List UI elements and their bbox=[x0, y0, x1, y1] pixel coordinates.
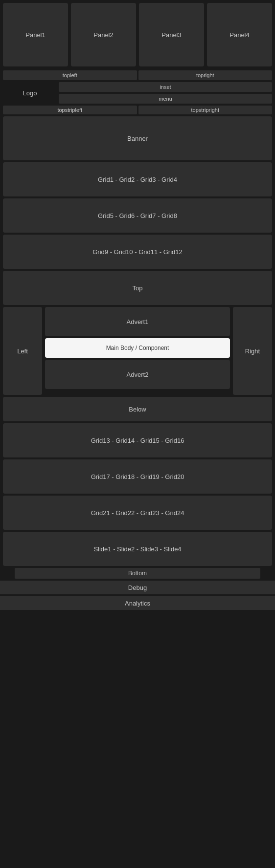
debug-strip[interactable]: Debug bbox=[0, 581, 275, 594]
grid1-label: Grid1 - Grid2 - Grid3 - Grid4 bbox=[98, 176, 177, 183]
analytics-strip[interactable]: Analytics bbox=[0, 596, 275, 610]
grid2-section: Grid5 - Grid6 - Grid7 - Grid8 bbox=[3, 198, 272, 233]
topstripright[interactable]: topstripright bbox=[138, 106, 273, 114]
below-label: Below bbox=[129, 406, 146, 413]
mainbody-section: Main Body / Component bbox=[45, 338, 230, 358]
topright-strip[interactable]: topright bbox=[138, 70, 273, 80]
panel3-label: Panel3 bbox=[161, 31, 181, 39]
panels-row: Panel1 Panel2 Panel3 Panel4 bbox=[0, 0, 275, 69]
grid4-section: Grid13 - Grid14 - Grid15 - Grid16 bbox=[3, 423, 272, 457]
panel2: Panel2 bbox=[71, 3, 136, 66]
grid5-section: Grid17 - Grid18 - Grid19 - Grid20 bbox=[3, 459, 272, 494]
topstripright-label: topstripright bbox=[191, 107, 219, 113]
mainbody-label: Main Body / Component bbox=[106, 345, 169, 351]
panel1-label: Panel1 bbox=[25, 31, 45, 39]
slides-section: Slide1 - Slide2 - Slide3 - Slide4 bbox=[3, 532, 272, 566]
topstrips-row: topleft topright bbox=[0, 70, 275, 80]
advert1-label: Advert1 bbox=[127, 318, 149, 326]
logo-label: Logo bbox=[23, 89, 37, 97]
topstriplr-row: topstripleft topstripright bbox=[0, 106, 275, 114]
analytics-label: Analytics bbox=[125, 600, 150, 607]
inset-menu-col: inset menu bbox=[59, 82, 272, 104]
menu-strip[interactable]: menu bbox=[59, 94, 272, 104]
panel4: Panel4 bbox=[207, 3, 272, 66]
right-label: Right bbox=[245, 347, 260, 355]
top-label: Top bbox=[133, 284, 143, 292]
panel2-label: Panel2 bbox=[93, 31, 113, 39]
panel1: Panel1 bbox=[3, 3, 68, 66]
right-section: Right bbox=[233, 307, 272, 395]
banner-section: Banner bbox=[3, 116, 272, 160]
grid6-section: Grid21 - Grid22 - Grid23 - Grid24 bbox=[3, 496, 272, 530]
advert2-label: Advert2 bbox=[127, 371, 149, 378]
bottom-strip[interactable]: Bottom bbox=[15, 568, 260, 579]
inset-label: inset bbox=[160, 84, 171, 90]
advert1-section: Advert1 bbox=[45, 307, 230, 336]
logo-area: Logo inset menu bbox=[0, 80, 275, 106]
topleft-strip[interactable]: topleft bbox=[3, 70, 137, 80]
grid5-label: Grid17 - Grid18 - Grid19 - Grid20 bbox=[91, 473, 184, 480]
grid2-label: Grid5 - Grid6 - Grid7 - Grid8 bbox=[98, 212, 177, 219]
panel3: Panel3 bbox=[139, 3, 204, 66]
grid6-label: Grid21 - Grid22 - Grid23 - Grid24 bbox=[91, 509, 184, 517]
grid1-section: Grid1 - Grid2 - Grid3 - Grid4 bbox=[3, 162, 272, 196]
inset-strip[interactable]: inset bbox=[59, 82, 272, 92]
menu-label: menu bbox=[159, 96, 172, 102]
bottom-label: Bottom bbox=[128, 570, 147, 577]
top-section: Top bbox=[3, 271, 272, 305]
left-label: Left bbox=[17, 347, 28, 355]
below-section: Below bbox=[3, 397, 272, 421]
grid3-section: Grid9 - Grid10 - Grid11 - Grid12 bbox=[3, 235, 272, 269]
topstripleft-label: topstripleft bbox=[57, 107, 82, 113]
logo: Logo bbox=[3, 82, 57, 104]
banner-label: Banner bbox=[127, 135, 148, 142]
middle-row: Left Advert1 Main Body / Component Adver… bbox=[3, 307, 272, 395]
advert2-section: Advert2 bbox=[45, 360, 230, 389]
left-section: Left bbox=[3, 307, 42, 395]
debug-label: Debug bbox=[128, 584, 147, 591]
center-col: Advert1 Main Body / Component Advert2 bbox=[45, 307, 230, 395]
topright-label: topright bbox=[196, 72, 214, 78]
panel4-label: Panel4 bbox=[229, 31, 249, 39]
grid3-label: Grid9 - Grid10 - Grid11 - Grid12 bbox=[92, 248, 183, 256]
topstripleft[interactable]: topstripleft bbox=[3, 106, 137, 114]
topleft-label: topleft bbox=[63, 72, 77, 78]
slides-label: Slide1 - Slide2 - Slide3 - Slide4 bbox=[93, 545, 181, 553]
grid4-label: Grid13 - Grid14 - Grid15 - Grid16 bbox=[91, 437, 184, 444]
